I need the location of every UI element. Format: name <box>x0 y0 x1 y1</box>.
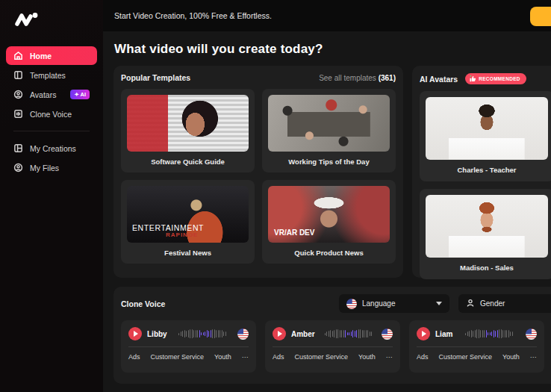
template-card[interactable]: ENTERTAINMENT RAPINOE Festival News <box>121 180 255 264</box>
voice-name: Libby <box>147 330 167 338</box>
my-creations-icon <box>13 143 23 153</box>
language-dropdown[interactable]: Language <box>339 294 449 313</box>
voice-tag[interactable]: Ads <box>417 353 429 361</box>
sidebar-item-avatars[interactable]: Avatars ✦ AI <box>6 85 97 104</box>
sidebar-item-label: Home <box>30 52 52 60</box>
template-title: Working Tips of the Day <box>268 152 390 172</box>
sidebar-divider <box>13 131 90 131</box>
template-thumbnail <box>127 95 249 152</box>
templates-count: (361) <box>379 74 396 82</box>
avatar-card[interactable]: Madison - Sales <box>420 189 551 279</box>
avatar-name: Charles - Teacher <box>426 160 548 181</box>
template-card[interactable]: VR/AR DEV Quick Product News <box>262 180 396 264</box>
home-icon <box>13 51 23 60</box>
voice-waveform[interactable] <box>458 328 520 340</box>
voice-filters: Language Gender <box>339 294 551 313</box>
voice-waveform[interactable] <box>172 328 232 340</box>
template-thumbnail: VR/AR DEV <box>268 186 390 243</box>
thumbnail-overlay-text: RAPINOE <box>166 231 198 238</box>
voice-card: Amber Ads Customer Service Youth ··· <box>265 320 400 373</box>
voice-tags: Ads Customer Service Youth ··· <box>273 353 393 361</box>
voice-name: Liam <box>435 330 452 338</box>
avatar-photo <box>426 195 548 258</box>
voice-card-top: Amber <box>273 327 393 340</box>
sidebar: Home Templates Avatars ✦ AI Clone Voice … <box>0 0 103 392</box>
more-tags-button[interactable]: ··· <box>242 353 249 361</box>
us-flag-icon <box>526 329 537 340</box>
sidebar-item-home[interactable]: Home <box>6 46 97 65</box>
sidebar-nav: Home Templates Avatars ✦ AI Clone Voice … <box>0 46 103 177</box>
avatars-icon <box>13 90 23 99</box>
template-card[interactable]: Working Tips of the Day <box>262 89 396 172</box>
sidebar-item-clone-voice[interactable]: Clone Voice <box>6 105 97 123</box>
us-flag-icon <box>382 329 393 340</box>
clone-voice-header: Clone Voice Language Gender <box>121 294 551 313</box>
us-flag-icon <box>346 299 357 309</box>
template-thumbnail <box>268 95 390 152</box>
voice-card-row: Libby Ads Customer Service Youth ··· Amb… <box>121 320 551 373</box>
play-button[interactable] <box>128 327 142 340</box>
template-card[interactable]: Software Quick Guide <box>121 89 255 172</box>
person-icon <box>466 299 475 309</box>
voice-tag[interactable]: Customer Service <box>151 353 205 361</box>
see-all-templates-link[interactable]: See all templates (361) <box>319 74 396 82</box>
main-content: What video will you create today? Popula… <box>103 31 551 392</box>
voice-tag[interactable]: Ads <box>273 353 284 361</box>
recommended-label: RECOMMENDED <box>479 76 520 81</box>
more-tags-button[interactable]: ··· <box>386 353 393 361</box>
sidebar-item-label: My Files <box>30 164 59 172</box>
sidebar-item-label: My Creations <box>30 144 76 153</box>
voice-waveform[interactable] <box>320 328 376 340</box>
recommended-badge: RECOMMENDED <box>465 73 526 84</box>
divider <box>273 346 393 347</box>
voice-name: Amber <box>291 330 315 338</box>
sidebar-item-label: Templates <box>30 71 66 80</box>
app-logo-icon <box>13 10 40 28</box>
chevron-down-icon <box>436 302 442 305</box>
ai-avatars-title: AI Avatars <box>420 75 458 84</box>
popular-templates-title: Popular Templates <box>121 73 190 82</box>
thumbs-up-icon <box>470 75 476 82</box>
voice-tag[interactable]: Youth <box>502 353 520 361</box>
voice-tag[interactable]: Youth <box>214 353 231 361</box>
promo-text: Start Video Creation, 100% Free & Effort… <box>114 11 272 20</box>
ai-badge: ✦ AI <box>70 90 90 99</box>
sidebar-item-label: Avatars <box>30 90 56 99</box>
template-thumbnail: ENTERTAINMENT RAPINOE <box>127 186 249 243</box>
avatar-name: Madison - Sales <box>426 258 548 279</box>
us-flag-icon <box>237 329 249 340</box>
voice-tag[interactable]: Ads <box>128 353 140 361</box>
divider <box>128 346 249 347</box>
voice-card-top: Liam <box>417 327 537 340</box>
gender-dropdown-label: Gender <box>480 299 505 308</box>
clone-voice-title: Clone Voice <box>121 299 165 308</box>
see-all-label: See all templates <box>319 74 376 82</box>
templates-icon <box>13 70 23 80</box>
sidebar-item-label: Clone Voice <box>30 110 72 119</box>
voice-card: Liam Ads Customer Service Youth ··· <box>409 320 544 373</box>
voice-tag[interactable]: Youth <box>358 353 376 361</box>
voice-tag[interactable]: Customer Service <box>439 353 493 361</box>
sidebar-item-my-files[interactable]: My Files <box>6 158 97 177</box>
template-title: Quick Product News <box>268 243 390 264</box>
sidebar-item-my-creations[interactable]: My Creations <box>6 139 97 158</box>
voice-tag[interactable]: Customer Service <box>295 353 349 361</box>
voice-card: Libby Ads Customer Service Youth ··· <box>121 320 256 373</box>
popular-templates-header: Popular Templates See all templates (361… <box>121 73 396 82</box>
voice-card-top: Libby <box>128 327 249 340</box>
sidebar-item-templates[interactable]: Templates <box>6 66 97 84</box>
my-files-icon <box>13 163 23 172</box>
template-grid: Software Quick Guide Working Tips of the… <box>121 89 396 264</box>
more-tags-button[interactable]: ··· <box>530 353 537 361</box>
ai-avatars-header: AI Avatars RECOMMENDED <box>420 73 551 84</box>
cta-button[interactable] <box>530 7 551 26</box>
divider <box>417 346 537 347</box>
template-title: Software Quick Guide <box>127 152 249 172</box>
language-dropdown-label: Language <box>362 299 396 308</box>
gender-dropdown[interactable]: Gender <box>458 294 551 313</box>
play-button[interactable] <box>417 327 430 340</box>
play-button[interactable] <box>273 327 286 340</box>
avatar-card[interactable]: Charles - Teacher <box>420 91 551 181</box>
topbar: Start Video Creation, 100% Free & Effort… <box>103 0 551 31</box>
clone-voice-panel: Clone Voice Language Gender Li <box>113 287 551 384</box>
